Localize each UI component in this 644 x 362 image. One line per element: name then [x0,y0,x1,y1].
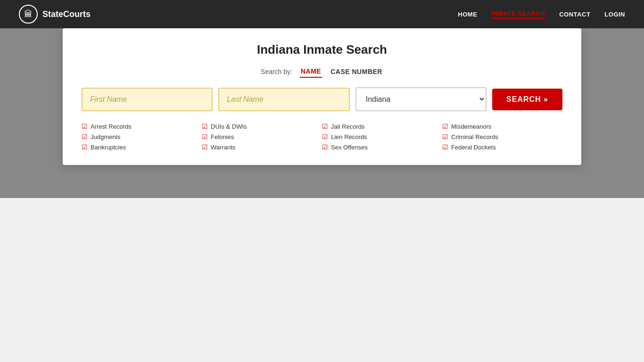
logo[interactable]: 🏛 StateCourts [19,5,91,24]
checkbox-item: ☑Judgments [82,133,202,140]
hero-background: COURTHOUSE Indiana Inmate Search Search … [0,0,644,198]
checkbox-label: DUIs & DWIs [211,123,247,130]
checkboxes-grid: ☑Arrest Records☑DUIs & DWIs☑Jail Records… [82,123,562,151]
checkbox-item: ☑Warrants [202,143,322,151]
checkbox-item: ☑Sex Offenses [322,143,442,151]
checkbox-label: Lien Records [331,133,367,140]
search-by-row: Search by: NAME CASE NUMBER [82,66,562,78]
nav-login[interactable]: LOGIN [604,11,625,18]
checkbox-icon: ☑ [322,143,328,151]
tab-name[interactable]: NAME [300,66,322,78]
checkbox-item: ☑DUIs & DWIs [202,123,322,130]
checkbox-icon: ☑ [82,133,88,140]
checkbox-icon: ☑ [82,123,88,130]
checkbox-icon: ☑ [322,123,328,130]
checkbox-label: Bankruptcies [91,144,126,151]
nav-home[interactable]: HOME [458,11,477,18]
main-nav: HOME INMATE SEARCH CONTACT LOGIN [458,10,625,19]
search-by-label: Search by: [261,68,292,75]
checkbox-icon: ☑ [442,133,448,140]
checkbox-item: ☑Lien Records [322,133,442,140]
checkbox-item: ☑Jail Records [322,123,442,130]
checkbox-icon: ☑ [442,123,448,130]
logo-icon: 🏛 [19,5,38,24]
checkbox-item: ☑Misdemeanors [442,123,562,130]
checkbox-label: Misdemeanors [451,123,491,130]
checkbox-label: Sex Offenses [331,144,368,151]
search-card-title: Indiana Inmate Search [82,42,562,57]
checkbox-icon: ☑ [202,123,208,130]
tab-case-number[interactable]: CASE NUMBER [330,66,383,77]
checkbox-item: ☑Bankruptcies [82,143,202,151]
search-card: Indiana Inmate Search Search by: NAME CA… [63,28,581,165]
checkbox-label: Jail Records [331,123,365,130]
checkbox-item: ☑Felonies [202,133,322,140]
checkbox-icon: ☑ [82,143,88,151]
search-inputs-row: AlabamaAlaskaArizonaArkansasCaliforniaCo… [82,87,562,111]
checkbox-item: ☑Arrest Records [82,123,202,130]
last-name-input[interactable] [218,88,349,111]
checkbox-label: Criminal Records [451,133,498,140]
checkbox-label: Warrants [211,144,235,151]
checkbox-label: Felonies [211,133,234,140]
nav-contact[interactable]: CONTACT [559,11,590,18]
checkbox-label: Federal Dockets [451,144,496,151]
state-select[interactable]: AlabamaAlaskaArizonaArkansasCaliforniaCo… [355,87,487,111]
checkbox-item: ☑Federal Dockets [442,143,562,151]
checkbox-icon: ☑ [322,133,328,140]
search-button[interactable]: SEARCH » [492,89,562,110]
site-header: 🏛 StateCourts HOME INMATE SEARCH CONTACT… [0,0,644,28]
checkbox-icon: ☑ [202,143,208,151]
checkbox-icon: ☑ [202,133,208,140]
first-name-input[interactable] [82,88,213,111]
checkbox-label: Judgments [91,133,121,140]
nav-inmate-search[interactable]: INMATE SEARCH [491,10,545,19]
checkbox-item: ☑Criminal Records [442,133,562,140]
logo-text: StateCourts [42,9,91,19]
checkbox-icon: ☑ [442,143,448,151]
checkbox-label: Arrest Records [91,123,132,130]
